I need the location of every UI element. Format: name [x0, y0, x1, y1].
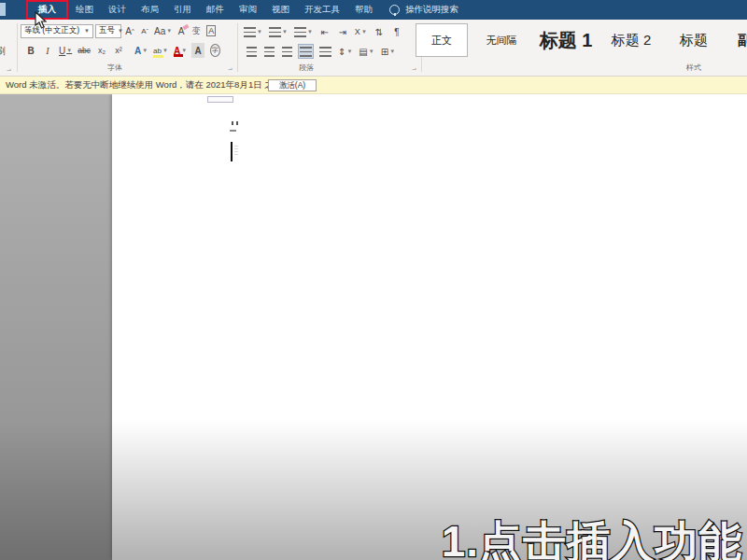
tab-developer[interactable]: 开发工具 [297, 0, 347, 20]
activate-button-label: 激活(A) [279, 80, 305, 91]
font-dialog-launcher-icon[interactable]: ⌐ [228, 65, 233, 73]
italic-icon: I [46, 46, 49, 56]
asian-layout-button[interactable]: X▼ [354, 24, 368, 39]
align-center-button[interactable] [262, 44, 275, 59]
align-left-button[interactable] [245, 44, 258, 59]
strikethrough-button[interactable]: abc [77, 43, 92, 58]
format-painter-fragment[interactable]: 刷 [0, 45, 6, 58]
justify-icon [300, 47, 312, 57]
sort-button[interactable]: ⇅ [373, 24, 386, 39]
paragraph-mark-icon: ¶ [394, 27, 399, 37]
style-subtitle-fragment[interactable]: 副 [738, 23, 747, 57]
numbered-list-icon [269, 27, 281, 37]
tab-view[interactable]: 视图 [264, 0, 297, 20]
enclose-characters-button[interactable]: 字 [208, 43, 221, 58]
subscript-icon: x₂ [98, 46, 106, 55]
grow-font-button[interactable]: A^ [123, 23, 136, 38]
activate-button[interactable]: 激活(A) [268, 79, 317, 91]
lightbulb-icon [389, 5, 400, 15]
clear-formatting-button[interactable]: A [175, 23, 188, 38]
show-marks-button[interactable]: ¶ [390, 24, 403, 39]
text-effects-icon: A [134, 46, 141, 56]
character-border-icon: A [206, 25, 216, 36]
character-shading-button[interactable]: A [191, 43, 204, 58]
tab-review[interactable]: 审阅 [232, 0, 264, 20]
distribute-button[interactable] [318, 44, 332, 59]
asian-layout-icon: X [355, 27, 360, 36]
increase-indent-button[interactable]: ⇥ [336, 24, 349, 39]
ribbon: 刷 ⌐ 等线 (中文正文) ▼ 五号 ▼ A^ Aˇ [0, 20, 747, 77]
menu-bar: 插入 绘图 设计 布局 引用 邮件 审阅 视图 开发工具 帮助 操作说明搜索 [0, 0, 747, 20]
tab-mailings[interactable]: 邮件 [199, 0, 232, 20]
tell-me-search[interactable]: 操作说明搜索 [389, 0, 458, 20]
borders-icon: ⊞ [381, 47, 388, 57]
paragraph-dialog-launcher-icon[interactable]: ⌐ [412, 65, 416, 73]
tab-layout[interactable]: 布局 [134, 0, 166, 20]
font-group-label: 字体 [107, 63, 122, 73]
cutoff-tab-fragment [0, 3, 6, 16]
line-spacing-button[interactable]: ⇕▼ [337, 44, 353, 59]
tab-references[interactable]: 引用 [166, 0, 199, 20]
clear-formatting-icon: A [178, 26, 185, 36]
font-name-value: 等线 (中文正文) [24, 25, 79, 36]
shrink-font-button[interactable]: Aˇ [138, 23, 151, 38]
tab-insert[interactable]: 插入 [26, 0, 68, 20]
style-heading-2[interactable]: 标题 2 [605, 23, 657, 57]
styles-group-label: 样式 [686, 63, 701, 73]
decrease-indent-button[interactable]: ⇤ [318, 24, 331, 39]
line-spacing-icon: ⇕ [338, 47, 345, 57]
tab-design[interactable]: 设计 [101, 0, 134, 20]
text-highlight-button[interactable]: ab▼ [152, 43, 169, 58]
bold-button[interactable]: B [24, 43, 37, 58]
align-right-button[interactable] [280, 44, 293, 59]
bullets-button[interactable]: ▼ [243, 24, 263, 39]
document-faint-marks [234, 146, 238, 155]
superscript-icon: x² [115, 46, 122, 55]
font-color-icon: A [174, 46, 180, 56]
character-shading-icon: A [195, 46, 202, 56]
font-size-combo[interactable]: 五号 ▼ [95, 24, 121, 38]
chevron-down-icon: ▼ [81, 28, 90, 34]
style-name: 标题 2 [612, 32, 652, 49]
tell-me-search-label: 操作说明搜索 [405, 4, 458, 16]
shading-button[interactable]: ▤▼ [358, 44, 374, 59]
bold-icon: B [27, 46, 34, 56]
text-cursor [231, 142, 233, 161]
justify-button[interactable] [298, 44, 314, 59]
text-effects-button[interactable]: A▼ [134, 43, 148, 58]
underline-button[interactable]: U▼ [58, 43, 73, 58]
strikethrough-icon: abc [78, 46, 91, 55]
align-left-icon [247, 47, 257, 57]
font-size-value: 五号 [99, 25, 115, 36]
superscript-button[interactable]: x² [112, 43, 125, 58]
decrease-indent-icon: ⇤ [321, 27, 329, 37]
font-name-combo[interactable]: 等线 (中文正文) ▼ [21, 24, 93, 38]
subscript-button[interactable]: x₂ [95, 43, 108, 58]
mouse-cursor-icon [35, 11, 47, 29]
style-no-spacing[interactable]: 无间隔 [478, 23, 525, 57]
style-name: 无间隔 [486, 34, 517, 48]
numbering-button[interactable]: ▼ [268, 24, 289, 39]
document-page[interactable] [112, 94, 747, 560]
borders-button[interactable]: ⊞▼ [380, 44, 396, 59]
tab-help[interactable]: 帮助 [347, 0, 380, 20]
enclose-characters-icon: 字 [210, 44, 220, 57]
style-title[interactable]: 标题 [672, 23, 715, 57]
chevron-down-icon: ▼ [115, 28, 123, 34]
font-color-button[interactable]: A▼ [173, 43, 188, 58]
phonetic-guide-button[interactable]: 变 [190, 23, 203, 38]
tutorial-caption: 1.点击插入功能 [442, 513, 742, 560]
document-tiny-dash [230, 130, 236, 132]
phonetic-guide-icon: 变 [192, 25, 201, 37]
character-border-button[interactable]: A [204, 23, 218, 38]
grow-font-icon: A [125, 26, 132, 36]
italic-button[interactable]: I [41, 43, 54, 58]
multilevel-list-button[interactable]: ▼ [293, 24, 314, 39]
tab-draw[interactable]: 绘图 [68, 0, 101, 20]
increase-indent-icon: ⇥ [339, 27, 346, 37]
style-heading-1[interactable]: 标题 1 [534, 23, 598, 57]
change-case-button[interactable]: Aa ▼ [153, 23, 173, 38]
style-normal[interactable]: 正文 [416, 23, 468, 57]
clipboard-dialog-launcher-icon[interactable]: ⌐ [7, 66, 11, 74]
align-right-icon [282, 47, 292, 57]
